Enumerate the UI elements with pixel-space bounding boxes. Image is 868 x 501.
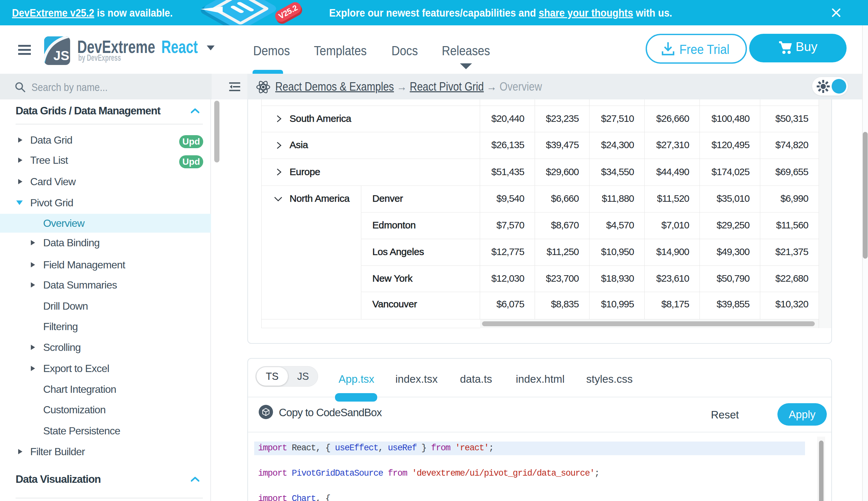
svg-text:JS: JS	[54, 49, 69, 63]
